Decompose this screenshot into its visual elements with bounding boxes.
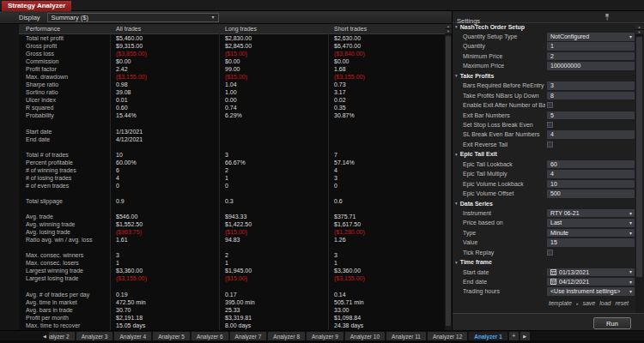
value-input[interactable]: 15: [547, 238, 635, 247]
reset-link[interactable]: reset: [615, 300, 629, 308]
title-bar: Strategy Analyzer: [0, 0, 644, 11]
bars-required-before-reentry-input[interactable]: 3: [547, 81, 635, 90]
epic-volume-offset-input[interactable]: 500: [547, 190, 635, 198]
settings-scrollbar-thumb[interactable]: [636, 37, 642, 277]
chevron-down-icon: ▾: [629, 280, 632, 285]
setting-label: Value: [463, 238, 545, 247]
enable-exit-after-number-of-bars-checkbox[interactable]: [547, 102, 553, 108]
price-based-on-select[interactable]: Last▾: [547, 219, 635, 227]
metric-value: 1.26: [328, 236, 445, 244]
group-title: Take Profits: [460, 73, 495, 79]
scroll-down-icon[interactable]: ▼: [445, 29, 452, 34]
epic-tail-lookback-input[interactable]: 60: [547, 160, 635, 169]
tab-scroll-left-icon[interactable]: ◀: [41, 333, 48, 340]
setting-label: Enable Exit After Number of Bars: [463, 100, 545, 110]
metric-label: # of winning trades: [19, 166, 110, 174]
table-scrollbar-thumb[interactable]: [446, 36, 451, 326]
metric-label: Max. drawdown: [19, 73, 110, 81]
group-title: Time frame: [460, 259, 492, 265]
tick-replay-checkbox[interactable]: [547, 250, 553, 256]
column-header-short-trades[interactable]: Short trades: [328, 24, 445, 33]
table-spacer-row: [19, 244, 445, 251]
settings-row: Epic Volume Offset500: [453, 189, 635, 198]
setting-label: Epic Tail Lookback: [463, 159, 545, 169]
settings-group-time-frame[interactable]: ▾Time frame: [453, 257, 635, 267]
scroll-down-icon[interactable]: ▼: [635, 30, 643, 35]
table-row: Commission$0.00$0.00$0.00: [19, 57, 445, 65]
settings-row: Quantity Setup TypeNotConfigured▾: [453, 32, 635, 41]
metric-value: 60.00%: [110, 159, 219, 166]
start-date-select[interactable]: 01/13/2021▾: [547, 268, 635, 277]
sl-break-even-bar-numbers-input[interactable]: 4: [547, 130, 635, 139]
metric-value: ($15.00): [219, 50, 328, 57]
metric-value: 3: [328, 251, 445, 259]
end-date-select[interactable]: 04/12/2021▾: [547, 278, 635, 286]
exit-bar-numbers-input[interactable]: 5: [547, 111, 635, 120]
metric-value: ($3,855.00): [110, 50, 219, 57]
table-row: Total net profit$5,460.00$2,830.00$2,630…: [19, 34, 445, 42]
setting-label: End date: [463, 277, 545, 286]
table-row: End date4/12/2021: [19, 135, 445, 143]
metric-label: # of even trades: [19, 182, 110, 190]
display-select[interactable]: Summary ($) ▾: [47, 13, 219, 22]
strategy-analyzer-window: Strategy Analyzer Display Summary ($) ▾ …: [0, 0, 644, 343]
table-row: Ulcer index0.010.000.02: [19, 96, 445, 104]
metric-value: 505.71 min: [328, 298, 445, 306]
settings-row: End date04/12/2021▾: [453, 277, 635, 286]
metric-value: 3: [110, 251, 219, 259]
setting-label: Minimum Price: [463, 51, 545, 61]
settings-row: Minimum Price2: [453, 51, 635, 61]
template-link[interactable]: template: [549, 300, 572, 308]
metric-value: $2,830.00: [219, 34, 328, 42]
settings-row: Epic Tail Multiply4: [453, 169, 635, 178]
column-header-long-trades[interactable]: Long trades: [219, 24, 328, 33]
setting-label: Exit Reverse Tail: [463, 140, 545, 149]
load-link[interactable]: load: [599, 300, 611, 308]
pin-icon[interactable]: [603, 13, 611, 21]
epic-volume-lookback-input[interactable]: 10: [547, 180, 635, 189]
quantity-input[interactable]: 1: [547, 42, 635, 51]
column-divider: [328, 24, 329, 330]
minimum-price-input[interactable]: 2: [547, 52, 635, 61]
metric-value: 0: [110, 182, 219, 190]
settings-row: Enable Exit After Number of Bars: [453, 100, 635, 110]
settings-group-nashtech-order-setup[interactable]: ▾NashTech Order Setup: [453, 25, 635, 32]
quantity-setup-type-select[interactable]: NotConfigured▾: [547, 33, 635, 41]
run-button[interactable]: Run: [593, 317, 631, 329]
settings-row: Bars Required Before ReEntry3: [453, 81, 635, 90]
epic-tail-multiply-input[interactable]: 4: [547, 170, 635, 178]
settings-row: Exit Bar Numbers5: [453, 111, 635, 120]
settings-group-take-profits[interactable]: ▾Take Profits: [453, 71, 635, 81]
metric-value: 0.9: [110, 197, 219, 205]
exit-reverse-tail-checkbox[interactable]: [547, 141, 553, 147]
metric-value: 33.00: [328, 306, 445, 314]
settings-group-epic-tail-exit[interactable]: ▾Epic Tail Exit: [453, 149, 635, 159]
settings-row: SL Break Even Bar Numbers4: [453, 129, 635, 139]
metric-value: 0.98: [110, 81, 219, 88]
metric-value: ($3,155.00): [328, 73, 445, 81]
setting-label: Exit Bar Numbers: [463, 111, 545, 120]
table-row: R squared0.600.740.35: [19, 104, 445, 111]
chevron-down-icon: ▾: [212, 15, 215, 20]
metric-label: End date: [19, 135, 110, 143]
settings-panel: Settings ▾NashTech Order SetupQuantity S…: [452, 11, 644, 330]
setting-label: Price based on: [463, 218, 545, 227]
window-title[interactable]: Strategy Analyzer: [2, 1, 71, 11]
settings-group-data-series[interactable]: ▾Data Series: [453, 198, 635, 208]
maximum-price-input[interactable]: 100000000: [547, 62, 635, 70]
metric-value: $2,630.00: [328, 34, 445, 42]
settings-row: InstrumentRTY 06-21▾: [453, 208, 635, 218]
column-divider: [110, 24, 111, 330]
type-select[interactable]: Minute▾: [547, 229, 635, 238]
save-link[interactable]: save: [582, 300, 595, 308]
column-header-performance[interactable]: Performance: [19, 24, 110, 33]
table-scrollbar[interactable]: ▲ ▼: [445, 24, 452, 330]
take-profits-nbars-up-down-input[interactable]: 8: [547, 92, 635, 100]
table-row: Gross profit$9,315.00$2,845.00$6,470.00: [19, 42, 445, 50]
trading-hours-select[interactable]: <Use instrument settings>▾: [547, 287, 635, 296]
column-header-all-trades[interactable]: All trades: [110, 24, 219, 33]
set-stop-loss-break-even-checkbox[interactable]: [547, 122, 553, 128]
metric-value: 2.42: [110, 65, 219, 73]
settings-scrollbar[interactable]: ▲ ▼: [635, 25, 643, 313]
instrument-select[interactable]: RTY 06-21▾: [547, 209, 635, 218]
